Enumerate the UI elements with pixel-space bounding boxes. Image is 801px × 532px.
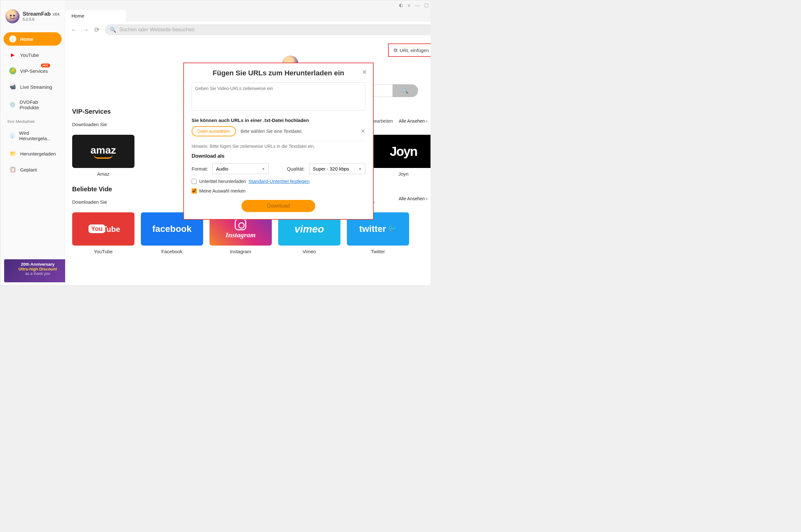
- home-icon: ⌂: [9, 35, 16, 42]
- svg-point-1: [13, 15, 15, 17]
- chevron-down-icon: ▼: [358, 167, 362, 171]
- chevron-down-icon: ▼: [262, 167, 265, 171]
- choose-file-button[interactable]: Datei auswählen: [192, 126, 236, 136]
- url-paste-button[interactable]: ⧉ URL einfügen: [388, 43, 431, 57]
- sidebar-item-vip[interactable]: 🔑 VIP-Services HOT: [3, 64, 62, 78]
- view-all-button[interactable]: Alle Ansehen ›: [399, 196, 427, 201]
- card-label: Joyn: [398, 171, 408, 176]
- joyn-tile: Joyn: [373, 135, 431, 168]
- chevron-right-icon: ›: [426, 118, 428, 124]
- app-window: StreamFab x64 5.0.5.6 ⌂ Home ▶ YouTube 🔑…: [0, 0, 431, 286]
- key-icon: 🔑: [9, 68, 16, 74]
- app-logo-icon: [5, 9, 19, 23]
- camera-icon: 📹: [9, 83, 16, 90]
- sidebar-item-label: Geplant: [20, 167, 37, 172]
- sidebar-item-youtube[interactable]: ▶ YouTube: [3, 48, 62, 62]
- clear-file-icon[interactable]: ✕: [361, 128, 365, 135]
- sidebar: StreamFab x64 5.0.5.6 ⌂ Home ▶ YouTube 🔑…: [0, 0, 65, 285]
- sidebar-item-dvdfab[interactable]: 💿 DVDFab Produkte: [3, 96, 62, 113]
- promo-line-1: 20th Anniversary: [7, 262, 69, 267]
- forward-icon[interactable]: →: [82, 26, 90, 34]
- remember-row: Meine Auswahl merken: [192, 188, 365, 193]
- card-label: YouTube: [94, 249, 113, 254]
- quality-select[interactable]: Super - 320 kbps▼: [309, 164, 365, 174]
- sidebar-item-downloading[interactable]: ↓ Wird Heruntergela...: [3, 127, 62, 144]
- menu-icon[interactable]: ≡: [407, 3, 411, 8]
- youtube-tile: YouTube: [72, 212, 134, 246]
- minimize-icon[interactable]: —: [415, 3, 420, 8]
- service-card-joyn[interactable]: Joyn Joyn: [373, 135, 431, 176]
- folder-icon: 📁: [9, 150, 16, 157]
- tab-label: Home: [72, 13, 84, 19]
- theme-icon[interactable]: ◐: [399, 2, 403, 8]
- file-row: Datei auswählen Bitte wählen Sie eine Te…: [192, 126, 365, 140]
- close-icon[interactable]: ✕: [362, 68, 367, 76]
- logo-text: StreamFab x64 5.0.5.6: [23, 11, 59, 22]
- view-all-button[interactable]: Alle Ansehen ›: [399, 118, 427, 124]
- dvd-icon: 💿: [9, 101, 16, 108]
- upload-label: Sie können auch URLs in einer .txt-Datei…: [192, 117, 365, 123]
- partial-search-widget: 🔍: [373, 84, 418, 97]
- youtube-icon: ▶: [9, 52, 16, 58]
- sidebar-item-label: Heruntergeladen: [20, 151, 56, 156]
- subtitle-checkbox[interactable]: [192, 179, 197, 184]
- brand-version: 5.0.5.6: [23, 17, 59, 22]
- quality-label: Qualität:: [287, 166, 305, 171]
- card-label: Facebook: [161, 249, 183, 254]
- back-icon[interactable]: ←: [70, 26, 78, 34]
- promo-banner[interactable]: ✕ 20th Anniversary Ultra-high Discount a…: [4, 259, 71, 282]
- url-input[interactable]: [192, 82, 365, 111]
- download-as-label: Download als: [192, 153, 365, 159]
- subtitle-row: Untertitel herunterladen Standard-Untert…: [192, 178, 365, 184]
- search-icon: 🔍: [110, 27, 116, 33]
- promo-line-2: Ultra-high Discount: [7, 267, 69, 271]
- card-label: Vimeo: [302, 249, 316, 254]
- main-area: ◐ ≡ — ▢ ✕ Home ← → ⟳ 🔍 Suchen oder Webse…: [65, 0, 431, 285]
- popular-section-sub-prefix: Downloaden Sie: [72, 199, 107, 205]
- sidebar-item-label: VIP-Services: [20, 68, 48, 74]
- partial-search-button[interactable]: 🔍: [393, 84, 418, 97]
- tab-home[interactable]: Home: [65, 10, 126, 22]
- sidebar-item-label: Home: [20, 36, 34, 42]
- tab-bar: Home: [65, 10, 431, 22]
- promo-line-3: as a thank you: [7, 271, 69, 276]
- window-controls: ◐ ≡ — ▢ ✕: [65, 0, 431, 10]
- hot-badge: HOT: [41, 63, 50, 68]
- download-icon: ↓: [9, 132, 15, 139]
- search-icon: 🔍: [402, 88, 408, 94]
- card-label: Amaz: [97, 171, 109, 176]
- address-bar[interactable]: 🔍 Suchen oder Webseite besuchen: [105, 24, 431, 35]
- card-label: Twitter: [371, 249, 385, 254]
- format-label: Format:: [192, 166, 208, 171]
- subtitle-settings-link[interactable]: Standard-Untertitel festlegen: [248, 178, 309, 184]
- maximize-icon[interactable]: ▢: [424, 2, 428, 8]
- browser-toolbar: ← → ⟳ 🔍 Suchen oder Webseite besuchen: [65, 22, 431, 38]
- vip-section-sub: Downloaden Sie: [72, 122, 107, 127]
- calendar-icon: 📋: [9, 166, 16, 173]
- library-header: Ihre Mediathek: [0, 115, 65, 126]
- paste-icon: ⧉: [394, 47, 397, 53]
- partial-search-input[interactable]: [373, 84, 393, 97]
- remember-checkbox[interactable]: [192, 188, 197, 193]
- service-card-youtube[interactable]: YouTube YouTube: [72, 212, 134, 254]
- url-paste-modal: Fügen Sie URLs zum Herunterladen ein ✕ S…: [183, 62, 374, 220]
- format-select[interactable]: Audio▼: [212, 164, 269, 174]
- brand-arch: x64: [53, 12, 59, 17]
- service-card-amazon[interactable]: amaz Amaz: [72, 135, 134, 176]
- sidebar-item-home[interactable]: ⌂ Home: [3, 32, 62, 46]
- file-hint: Bitte wählen Sie eine Textdatei.: [241, 129, 302, 134]
- brand-name: StreamFab: [23, 11, 51, 17]
- svg-point-0: [10, 15, 12, 17]
- remember-label: Meine Auswahl merken: [199, 188, 246, 193]
- reload-icon[interactable]: ⟳: [93, 26, 101, 34]
- subtitle-label: Untertitel herunterladen: [199, 179, 246, 184]
- sidebar-item-planned[interactable]: 📋 Geplant: [3, 163, 62, 176]
- modal-title: Fügen Sie URLs zum Herunterladen ein: [192, 69, 365, 77]
- sidebar-item-label: Wird Heruntergela...: [19, 130, 56, 141]
- url-paste-label: URL einfügen: [400, 48, 429, 53]
- download-button[interactable]: Download: [242, 200, 315, 212]
- logo-block: StreamFab x64 5.0.5.6: [0, 3, 65, 31]
- note-text: Hinweis: Bitte fügen Sie zeilenweise URL…: [192, 144, 365, 149]
- sidebar-item-downloaded[interactable]: 📁 Heruntergeladen: [3, 147, 62, 160]
- sidebar-item-live[interactable]: 📹 Live Streaming: [3, 80, 62, 94]
